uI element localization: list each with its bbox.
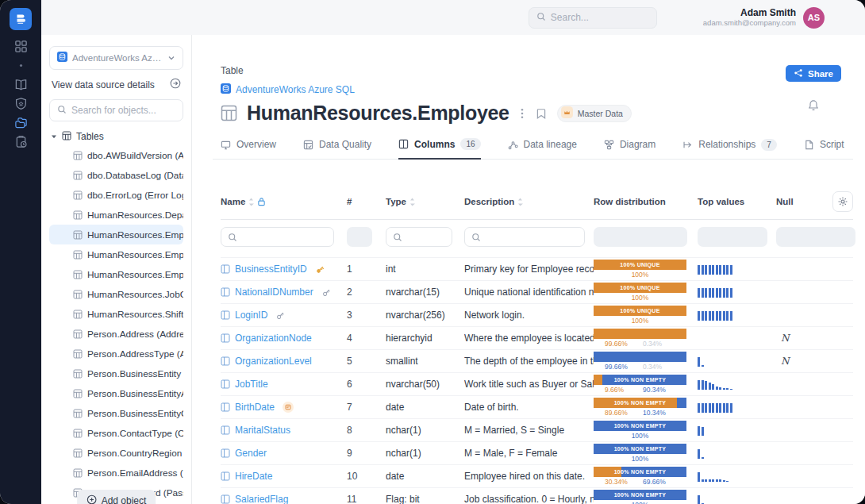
column-name-link[interactable]: BirthDate bbox=[235, 402, 275, 413]
book-icon[interactable] bbox=[0, 75, 41, 94]
sidebar-item-humanresources-employee-[interactable]: HumanResources.Employee ... bbox=[49, 225, 183, 244]
add-object-button[interactable]: Add object bbox=[77, 490, 156, 504]
table-icon bbox=[73, 369, 83, 379]
column-name-link[interactable]: Gender bbox=[235, 448, 267, 459]
tab-data-quality[interactable]: Data Quality bbox=[303, 134, 371, 159]
column-header-name[interactable]: Name bbox=[221, 197, 347, 206]
app-logo[interactable] bbox=[10, 8, 32, 30]
sort-icon[interactable] bbox=[409, 198, 415, 206]
tree-item-label: dbo.AWBuildVersion (AWS B... bbox=[87, 150, 183, 161]
breadcrumb-link[interactable]: AdventureWorks Azure SQL bbox=[236, 84, 355, 95]
tree-item-label: Person.EmailAddress (Email ... bbox=[87, 467, 183, 479]
tree-root-tables[interactable]: Tables bbox=[49, 128, 183, 145]
column-header-description[interactable]: Description bbox=[464, 197, 594, 206]
tab-label: Data Quality bbox=[319, 139, 371, 150]
tab-data-lineage[interactable]: Data lineage bbox=[508, 134, 577, 159]
filter-text-input[interactable] bbox=[406, 233, 445, 242]
sort-icon[interactable] bbox=[517, 198, 523, 206]
object-search[interactable] bbox=[49, 99, 183, 121]
tab-relationships[interactable]: Relationships7 bbox=[682, 134, 777, 159]
top-values-histogram bbox=[698, 425, 776, 436]
histogram-bar bbox=[716, 387, 718, 390]
column-header-type[interactable]: Type bbox=[386, 197, 464, 206]
column-filter-input[interactable] bbox=[386, 227, 452, 247]
column-name-link[interactable]: HireDate bbox=[235, 471, 272, 482]
table-row: SalariedFlag11Flag: bitJob classificatio… bbox=[221, 488, 853, 504]
shield-star-icon[interactable] bbox=[0, 94, 41, 113]
sidebar-item-person-businessentityconta-[interactable]: Person.BusinessEntityConta... bbox=[49, 403, 183, 423]
dashboard-icon[interactable] bbox=[0, 37, 41, 56]
table-icon bbox=[73, 349, 83, 359]
column-icon bbox=[221, 425, 230, 435]
row-distribution-bar: 100% NON EMPTY bbox=[594, 490, 686, 500]
bookmark-icon[interactable] bbox=[535, 106, 548, 121]
column-name-link[interactable]: JobTitle bbox=[235, 379, 268, 390]
sidebar-item-person-emailaddress-email-[interactable]: Person.EmailAddress (Email ... bbox=[49, 463, 183, 483]
data-source-selector[interactable]: AdventureWorks Azure SQL bbox=[49, 46, 183, 70]
sidebar-item-person-businessentityaddre-[interactable]: Person.BusinessEntityAddre... bbox=[49, 383, 183, 403]
share-button[interactable]: Share bbox=[786, 65, 841, 82]
sidebar-item-person-countryregion-cou-[interactable]: Person.CountryRegion (Cou... bbox=[49, 443, 183, 463]
column-name-link[interactable]: OrganizationLevel bbox=[235, 356, 312, 367]
row-distribution-cell: 100% NON EMPTY100% bbox=[594, 444, 686, 463]
histogram-bar bbox=[723, 480, 725, 482]
table-row: OrganizationNode4hierarchyidWhere the em… bbox=[221, 327, 853, 350]
filter-text-input[interactable] bbox=[241, 233, 327, 242]
sidebar-item-humanresources-shift-shift-[interactable]: HumanResources.Shift (Shift) bbox=[49, 304, 183, 324]
sort-icon[interactable] bbox=[248, 198, 254, 206]
sidebar-item-person-businessentity-busi-[interactable]: Person.BusinessEntity (Busi... bbox=[49, 364, 183, 383]
table-settings-button[interactable] bbox=[832, 191, 853, 212]
column-name-link[interactable]: SalariedFlag bbox=[235, 494, 288, 504]
distribution-segment-blue bbox=[594, 352, 686, 362]
sidebar-item-person-addresstype-addre-[interactable]: Person.AddressType (Addre... bbox=[49, 344, 183, 364]
tag-master-data[interactable]: Master Data bbox=[557, 105, 632, 122]
tree-item-label: Person.CountryRegion (Cou... bbox=[87, 448, 183, 459]
sidebar-item-person-contacttype-conta-[interactable]: Person.ContactType (Conta... bbox=[49, 423, 183, 443]
column-ordinal: 11 bbox=[347, 494, 386, 504]
column-name-link[interactable]: OrganizationNode bbox=[235, 333, 312, 344]
column-icon bbox=[221, 402, 230, 412]
column-name-link[interactable]: BusinessEntityID bbox=[235, 264, 307, 275]
global-search[interactable] bbox=[529, 7, 657, 29]
column-filter-input[interactable] bbox=[221, 227, 334, 247]
sidebar-item-dbo-awbuildversion-aws-b-[interactable]: dbo.AWBuildVersion (AWS B... bbox=[49, 145, 183, 165]
object-tree: Tables dbo.AWBuildVersion (AWS B...dbo.D… bbox=[49, 128, 183, 504]
tab-diagram[interactable]: Diagram bbox=[604, 134, 655, 159]
global-search-input[interactable] bbox=[551, 12, 649, 23]
sidebar-item-person-address-address-[interactable]: Person.Address (Address) bbox=[49, 324, 183, 344]
tab-overview[interactable]: Overview bbox=[221, 134, 276, 159]
histogram-bar bbox=[730, 265, 732, 275]
avatar[interactable]: AS bbox=[803, 7, 825, 29]
column-filter-input[interactable] bbox=[464, 227, 585, 247]
sidebar-item-humanresources-jobcandi-[interactable]: HumanResources.JobCandi... bbox=[49, 284, 183, 304]
sidebar-item-humanresources-employee-[interactable]: HumanResources.Employee... bbox=[49, 264, 183, 284]
histogram-bar bbox=[719, 479, 721, 482]
column-name-link[interactable]: MaritalStatus bbox=[235, 425, 290, 436]
user-menu[interactable]: Adam Smith adam.smith@company.com bbox=[703, 7, 796, 28]
column-name-link[interactable]: LoginID bbox=[235, 310, 267, 321]
column-header-#: # bbox=[347, 197, 386, 206]
column-icon bbox=[221, 356, 230, 366]
sidebar-item-humanresources-employee-[interactable]: HumanResources.Employee... bbox=[49, 244, 183, 264]
sidebar-item-dbo-databaselog-database-[interactable]: dbo.DatabaseLog (Database... bbox=[49, 165, 183, 185]
object-search-input[interactable] bbox=[71, 105, 175, 116]
histogram-bar bbox=[705, 265, 707, 275]
bell-icon[interactable] bbox=[808, 99, 819, 111]
sidebar-item-dbo-errorlog-error-log-[interactable]: dbo.ErrorLog (Error Log) bbox=[49, 185, 183, 205]
distribution-percent-label: 69.66% bbox=[643, 478, 666, 486]
kebab-menu-icon[interactable] bbox=[519, 106, 525, 121]
unique-key-icon bbox=[321, 287, 332, 298]
column-name-cell: OrganizationNode bbox=[221, 333, 347, 344]
distribution-percentages: 100% bbox=[594, 432, 686, 440]
arrow-circle-right-icon[interactable] bbox=[170, 78, 181, 92]
histogram-bar bbox=[726, 288, 729, 298]
column-name-link[interactable]: NationalIDNumber bbox=[235, 287, 313, 298]
view-data-source-details-link[interactable]: View data source details bbox=[52, 79, 155, 90]
folders-icon[interactable] bbox=[0, 113, 41, 132]
sidebar-item-humanresources-departme-[interactable]: HumanResources.Departme... bbox=[49, 205, 183, 225]
filter-text-input[interactable] bbox=[485, 233, 578, 242]
histogram-bar bbox=[709, 403, 711, 413]
tab-script[interactable]: Script bbox=[804, 134, 844, 159]
tab-columns[interactable]: Columns16 bbox=[398, 134, 480, 160]
clipboard-clock-icon[interactable] bbox=[0, 132, 41, 151]
